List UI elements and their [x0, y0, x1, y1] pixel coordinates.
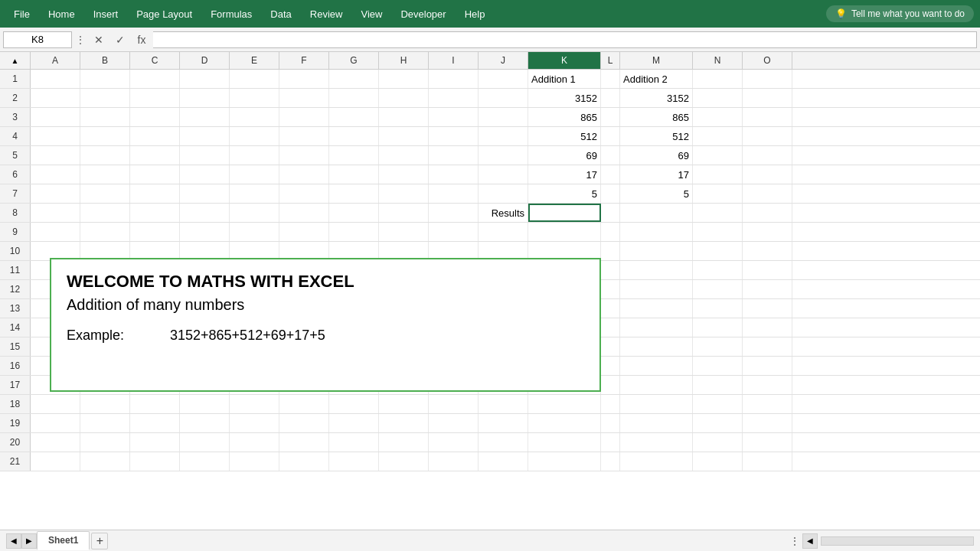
cell-m1[interactable]: Addition 2 [620, 70, 693, 88]
cell-b8[interactable] [80, 204, 130, 222]
cell-f2[interactable] [279, 89, 329, 107]
cell-h3[interactable] [379, 108, 429, 126]
cell-l5[interactable] [601, 146, 620, 165]
cell-k8[interactable] [528, 204, 601, 222]
scroll-left-button[interactable]: ◀ [6, 533, 21, 549]
cell-j4[interactable] [479, 127, 528, 145]
cell-o7[interactable] [743, 184, 792, 203]
cell-l8[interactable] [601, 204, 620, 222]
cell-l4[interactable] [601, 127, 620, 145]
cell-k2[interactable]: 3152 [528, 89, 601, 107]
cell-d7[interactable] [180, 184, 230, 203]
cell-a7[interactable] [31, 184, 80, 203]
cell-c1[interactable] [130, 70, 180, 88]
cell-e5[interactable] [230, 146, 279, 165]
cell-a3[interactable] [31, 108, 80, 126]
cell-f7[interactable] [279, 184, 329, 203]
cell-g4[interactable] [329, 127, 379, 145]
cell-i8[interactable] [429, 204, 479, 222]
cell-h1[interactable] [379, 70, 429, 88]
cell-f4[interactable] [279, 127, 329, 145]
cell-l1[interactable] [601, 70, 620, 88]
cell-n8[interactable] [693, 204, 743, 222]
cell-n5[interactable] [693, 146, 743, 165]
cell-a2[interactable] [31, 89, 80, 107]
cell-c7[interactable] [130, 184, 180, 203]
cell-o2[interactable] [743, 89, 792, 107]
cell-g1[interactable] [329, 70, 379, 88]
cell-m6[interactable]: 17 [620, 165, 693, 184]
cell-c3[interactable] [130, 108, 180, 126]
cell-c4[interactable] [130, 127, 180, 145]
sheet-tab-sheet1[interactable]: Sheet1 [37, 531, 90, 550]
col-header-i[interactable]: I [429, 52, 479, 69]
cell-g8[interactable] [329, 204, 379, 222]
cell-b5[interactable] [80, 146, 130, 165]
cell-b2[interactable] [80, 89, 130, 107]
col-header-e[interactable]: E [230, 52, 279, 69]
confirm-button[interactable]: ✓ [110, 31, 130, 48]
cell-h5[interactable] [379, 146, 429, 165]
cell-o3[interactable] [743, 108, 792, 126]
cell-e1[interactable] [230, 70, 279, 88]
cell-f8[interactable] [279, 204, 329, 222]
cell-o8[interactable] [743, 204, 792, 222]
cell-m2[interactable]: 3152 [620, 89, 693, 107]
cell-b1[interactable] [80, 70, 130, 88]
col-header-f[interactable]: F [279, 52, 329, 69]
cell-c2[interactable] [130, 89, 180, 107]
cell-g5[interactable] [329, 146, 379, 165]
col-header-h[interactable]: H [379, 52, 429, 69]
cell-d1[interactable] [180, 70, 230, 88]
cell-j7[interactable] [479, 184, 528, 203]
cell-h6[interactable] [379, 165, 429, 184]
cell-m7[interactable]: 5 [620, 184, 693, 203]
cell-a6[interactable] [31, 165, 80, 184]
cell-a1[interactable] [31, 70, 80, 88]
menu-page-layout[interactable]: Page Layout [129, 5, 200, 23]
cell-b4[interactable] [80, 127, 130, 145]
horizontal-scrollbar[interactable] [821, 536, 974, 546]
cell-reference-box[interactable] [3, 31, 72, 48]
cell-f3[interactable] [279, 108, 329, 126]
cell-i2[interactable] [429, 89, 479, 107]
cell-e2[interactable] [230, 89, 279, 107]
scroll-right-button[interactable]: ▶ [21, 533, 37, 549]
cell-j3[interactable] [479, 108, 528, 126]
menu-developer[interactable]: Developer [393, 5, 453, 23]
cell-k6[interactable]: 17 [528, 165, 601, 184]
cell-l7[interactable] [601, 184, 620, 203]
cell-l2[interactable] [601, 89, 620, 107]
cell-k7[interactable]: 5 [528, 184, 601, 203]
cell-i1[interactable] [429, 70, 479, 88]
cell-k4[interactable]: 512 [528, 127, 601, 145]
cell-n1[interactable] [693, 70, 743, 88]
cell-e3[interactable] [230, 108, 279, 126]
cell-f5[interactable] [279, 146, 329, 165]
cell-a5[interactable] [31, 146, 80, 165]
cell-d6[interactable] [180, 165, 230, 184]
col-header-j[interactable]: J [479, 52, 528, 69]
cancel-button[interactable]: ✕ [89, 31, 109, 48]
cell-k3[interactable]: 865 [528, 108, 601, 126]
cell-i4[interactable] [429, 127, 479, 145]
cell-d2[interactable] [180, 89, 230, 107]
cell-j2[interactable] [479, 89, 528, 107]
formula-input[interactable] [153, 31, 977, 48]
cell-h4[interactable] [379, 127, 429, 145]
menu-help[interactable]: Help [457, 5, 493, 23]
cell-h8[interactable] [379, 204, 429, 222]
menu-review[interactable]: Review [302, 5, 351, 23]
add-sheet-button[interactable]: + [91, 533, 108, 549]
cell-n2[interactable] [693, 89, 743, 107]
cell-n3[interactable] [693, 108, 743, 126]
cell-g7[interactable] [329, 184, 379, 203]
fx-button[interactable]: fx [132, 31, 152, 48]
col-header-o[interactable]: O [743, 52, 792, 69]
cell-c5[interactable] [130, 146, 180, 165]
cell-i7[interactable] [429, 184, 479, 203]
col-header-m[interactable]: M [620, 52, 693, 69]
cell-a9[interactable] [31, 223, 80, 241]
cell-i5[interactable] [429, 146, 479, 165]
cell-k1[interactable]: Addition 1 [528, 70, 601, 88]
